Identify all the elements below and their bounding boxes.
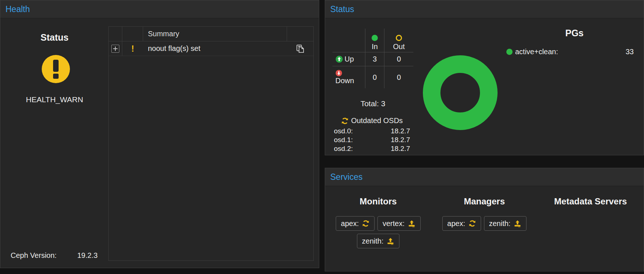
osd-status-table: In Out Up 3 0 Down [332, 29, 413, 88]
ceph-version-value: 19.2.3 [77, 251, 98, 260]
refresh-icon [362, 220, 369, 227]
outdated-osds-heading-row: Outdated OSDs [332, 116, 412, 125]
pgs-heading: PGs [506, 28, 643, 38]
osd-name: osd.0: [334, 127, 353, 136]
refresh-icon [469, 220, 476, 227]
metadata-servers-heading: Metadata Servers [537, 196, 644, 207]
ceph-version-label: Ceph Version: [11, 251, 57, 259]
osd-in-column-header: In [365, 29, 384, 52]
health-panel-header: Health [0, 0, 319, 18]
outdated-osd-row: osd.1: 18.2.7 [332, 136, 412, 144]
health-panel-body: Status HEALTH_WARN Ceph Version: 19.2.3 … [0, 18, 319, 268]
outdated-osd-row: osd.0: 18.2.7 [332, 127, 412, 136]
status-panel-header: Status [325, 0, 644, 18]
health-panel-title: Health [5, 4, 30, 14]
services-column-managers: Managers apex: zenith: [431, 196, 537, 271]
status-panel-title: Status [330, 4, 354, 14]
health-table-row[interactable]: ! noout flag(s) set [109, 41, 313, 56]
out-yellow-ring-icon [396, 35, 402, 41]
pgs-section: PGs active+clean: 33 [506, 28, 643, 56]
services-column-monitors: Monitors apex: vertex: [325, 196, 431, 271]
osd-up-out-count: 0 [384, 52, 413, 66]
outdated-osds-heading: Outdated OSDs [351, 116, 403, 125]
osd-name: osd.1: [334, 136, 353, 144]
osd-down-in-count: 0 [365, 66, 384, 88]
arrow-down-circle-icon [335, 70, 342, 77]
services-panel: Services Monitors apex: [325, 168, 644, 271]
health-table-header-row: Summary [109, 27, 313, 41]
warning-exclamation-circle-icon [42, 55, 70, 83]
action-column-header [287, 27, 313, 41]
status-panel: Status In Out Up 3 0 [325, 0, 644, 155]
osd-version: 18.2.7 [391, 136, 410, 144]
upload-icon [387, 237, 394, 245]
in-green-dot-icon [372, 35, 378, 41]
monitors-heading: Monitors [325, 196, 431, 207]
service-button-monitor-vertex[interactable]: vertex: [377, 216, 421, 231]
expander-column-header [109, 27, 122, 41]
outdated-osds-section: Outdated OSDs osd.0: 18.2.7 osd.1: 18.2.… [332, 116, 412, 153]
summary-cell: noout flag(s) set [143, 41, 287, 56]
arrow-up-circle-icon [335, 55, 343, 63]
osd-name: osd.2: [334, 144, 353, 153]
pgs-legend-value: 33 [626, 48, 634, 56]
severity-column-header [122, 27, 143, 41]
service-button-monitor-apex[interactable]: apex: [336, 216, 375, 231]
row-expand-plus-icon[interactable] [111, 45, 119, 53]
service-button-manager-zenith[interactable]: zenith: [484, 216, 527, 231]
summary-column-header[interactable]: Summary [143, 27, 287, 41]
upload-icon [408, 220, 416, 227]
osd-down-row-header: Down [332, 66, 365, 88]
warning-exclamation-icon: ! [131, 44, 134, 54]
copy-button[interactable] [295, 44, 305, 53]
osd-out-column-header: Out [384, 29, 413, 52]
services-panel-title: Services [330, 172, 362, 182]
outdated-osd-row: osd.2: 18.2.7 [332, 144, 412, 153]
osd-version: 18.2.7 [391, 144, 410, 153]
health-status-value: HEALTH_WARN [0, 95, 109, 104]
services-panel-body: Monitors apex: vertex: [325, 186, 644, 271]
services-column-metadata-servers: Metadata Servers [537, 196, 644, 271]
health-panel: Health Status HEALTH_WARN Ceph Version: … [0, 0, 319, 268]
osd-down-out-count: 0 [384, 66, 413, 88]
service-button-manager-apex[interactable]: apex: [442, 216, 481, 231]
upload-icon [514, 220, 521, 227]
health-summary-table: Summary ! noout flag(s) set [108, 26, 314, 261]
osd-version: 18.2.7 [391, 127, 410, 136]
ceph-version-row: Ceph Version: 19.2.3 [11, 251, 106, 260]
pgs-legend-row: active+clean: 33 [506, 48, 643, 56]
osd-up-in-count: 3 [365, 52, 384, 66]
health-status-column: Status HEALTH_WARN Ceph Version: 19.2.3 [0, 18, 109, 268]
managers-heading: Managers [431, 196, 537, 207]
outdated-osds-list: osd.0: 18.2.7 osd.1: 18.2.7 osd.2: 18.2.… [332, 127, 412, 153]
pgs-legend-label: active+clean: [515, 48, 558, 56]
osd-up-row-header: Up [332, 52, 365, 66]
copy-icon [295, 44, 305, 53]
status-panel-body: In Out Up 3 0 Down [325, 18, 644, 155]
refresh-icon [341, 117, 349, 125]
osd-total: Total: 3 [332, 99, 413, 108]
legend-green-dot-icon [506, 49, 513, 55]
services-panel-header: Services [325, 168, 644, 186]
health-status-heading: Status [0, 32, 109, 43]
service-button-monitor-zenith[interactable]: zenith: [357, 234, 400, 248]
pgs-donut-chart [423, 55, 498, 130]
